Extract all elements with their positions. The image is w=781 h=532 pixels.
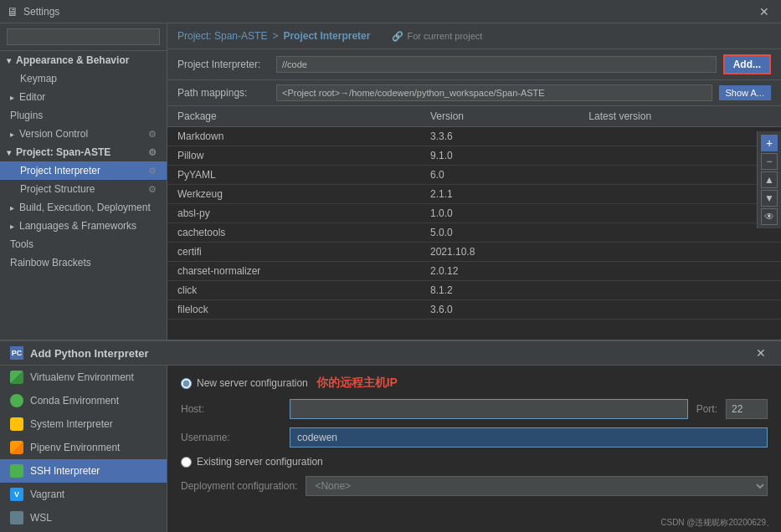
bottom-panel-close-button[interactable]: ✕ [751,346,771,360]
username-input[interactable] [290,427,768,448]
expand-arrow-appearance: ▾ [7,56,11,65]
close-button[interactable]: ✕ [754,3,774,20]
bottom-panel: PC Add Python Interpreter ✕ Virtualenv E… [0,340,781,532]
sidebar-item-tools-label: Tools [10,238,33,250]
bottom-sidebar-item-wsl[interactable]: WSL [0,506,167,529]
interpreter-type-sidebar: Virtualenv Environment Conda Environment… [0,366,167,532]
expand-arrow-editor: ▸ [10,93,14,102]
existing-server-radio[interactable] [181,457,192,468]
table-action-buttons: + − ▲ ▼ 👁 [757,131,781,228]
interpreter-label: Project Interpreter: [177,59,270,70]
package-name: Markdown [167,127,420,146]
sidebar-item-editor-label: Editor [19,91,45,103]
bottom-sidebar-item-virtualenv[interactable]: Virtualenv Environment [0,366,167,389]
col-latest: Latest version [578,106,781,127]
sidebar-item-rainbow-label: Rainbow Brackets [10,257,91,269]
packages-table: Package Version Latest version Markdown3… [167,106,781,320]
breadcrumb-info-text: For current project [407,31,482,41]
table-row[interactable]: charset-normalizer2.0.12 [167,262,781,281]
add-package-button[interactable]: + [761,135,778,151]
show-package-button[interactable]: 👁 [761,208,778,225]
package-latest [578,300,781,320]
title-bar: 🖥 Settings ✕ [0,0,781,23]
new-server-radio[interactable] [181,378,192,389]
pc-icon: PC [10,346,23,360]
package-latest [578,223,781,243]
sidebar-item-rainbow-brackets[interactable]: Rainbow Brackets [0,253,167,272]
remove-package-button[interactable]: − [761,153,778,170]
sidebar-search-container [0,23,167,51]
interpreter-input[interactable] [276,56,717,73]
sidebar-item-project-interpreter[interactable]: Project Interpreter ⚙ [0,161,167,180]
sidebar-item-plugins[interactable]: Plugins [0,106,167,125]
table-row[interactable]: click8.1.2 [167,281,781,300]
table-row[interactable]: PyYAML6.0 [167,166,781,185]
table-row[interactable]: absl-py1.0.0 [167,204,781,223]
breadcrumb: Project: Span-ASTE > Project Interpreter… [167,23,781,49]
port-input[interactable] [726,399,768,419]
pipenv-icon [10,441,23,454]
sidebar-item-editor[interactable]: ▸ Editor [0,88,167,106]
table-row[interactable]: cachetools5.0.0 [167,223,781,243]
path-input[interactable] [276,84,712,101]
interpreter-config-form: New server configuration 你的远程主机IP Host: … [167,366,781,532]
bottom-sidebar-item-ssh[interactable]: SSH Interpreter [0,459,167,483]
table-row[interactable]: Markdown3.3.6 [167,127,781,146]
package-name: cachetools [167,223,420,243]
sidebar-item-appearance[interactable]: ▾ Appearance & Behavior [0,51,167,69]
sidebar-item-project-structure[interactable]: Project Structure ⚙ [0,180,167,198]
package-name: Werkzeug [167,185,420,204]
bottom-sidebar-item-system[interactable]: System Interpreter [0,412,167,436]
sidebar-item-version-control[interactable]: ▸ Version Control ⚙ [0,125,167,143]
package-version: 2021.10.8 [420,243,578,262]
project-settings-icon: ⚙ [148,147,157,158]
sidebar-item-tools[interactable]: Tools [0,235,167,253]
package-name: charset-normalizer [167,262,420,281]
table-row[interactable]: filelock3.6.0 [167,300,781,320]
sidebar-item-project[interactable]: ▾ Project: Span-ASTE ⚙ [0,143,167,161]
package-latest [578,166,781,185]
add-button[interactable]: Add... [723,54,771,74]
app-icon: 🖥 [7,5,18,18]
sidebar-item-keymap-label: Keymap [20,73,57,84]
downgrade-package-button[interactable]: ▼ [761,190,778,207]
expand-arrow-project: ▾ [7,148,11,157]
table-row[interactable]: Pillow9.1.0 [167,146,781,166]
table-row[interactable]: certifi2021.10.8 [167,243,781,262]
path-label: Path mappings: [177,87,270,99]
username-row: Username: [181,427,768,448]
interpreter-row: Project Interpreter: Add... [167,49,781,80]
vc-settings-icon: ⚙ [148,129,157,140]
title-bar-title: Settings [23,6,59,18]
package-name: Pillow [167,146,420,166]
bottom-sidebar-system-label: System Interpreter [30,418,113,430]
bottom-sidebar-item-conda[interactable]: Conda Environment [0,389,167,412]
breadcrumb-current: Project Interpreter [283,30,370,42]
bottom-sidebar-item-vagrant[interactable]: V Vagrant [0,483,167,506]
sidebar-item-languages-label: Languages & Frameworks [19,220,136,232]
bottom-panel-title: Add Python Interpreter [30,347,149,360]
bottom-sidebar-wsl-label: WSL [30,512,52,524]
deployment-row: Deployment configuration: <None> [181,476,768,496]
system-icon [10,417,23,431]
package-version: 5.0.0 [420,223,578,243]
sidebar-item-languages[interactable]: ▸ Languages & Frameworks [0,217,167,235]
sidebar-item-keymap[interactable]: Keymap [0,69,167,88]
col-version: Version [420,106,578,127]
upgrade-package-button[interactable]: ▲ [761,171,778,188]
sidebar-item-structure-label: Project Structure [20,183,95,195]
bottom-sidebar-vagrant-label: Vagrant [30,489,64,500]
expand-arrow-languages: ▸ [10,222,14,231]
show-all-button[interactable]: Show A... [719,85,771,100]
package-version: 3.3.6 [420,127,578,146]
search-input[interactable] [7,28,160,45]
breadcrumb-info: 🔗 For current project [392,31,482,42]
expand-arrow-build: ▸ [10,203,14,212]
bottom-sidebar-item-pipenv[interactable]: Pipenv Environment [0,436,167,459]
table-row[interactable]: Werkzeug2.1.1 [167,185,781,204]
deployment-select[interactable]: <None> [306,476,768,496]
virtualenv-icon [10,371,23,384]
package-latest [578,204,781,223]
host-input[interactable] [290,399,688,419]
sidebar-item-build[interactable]: ▸ Build, Execution, Deployment [0,198,167,217]
